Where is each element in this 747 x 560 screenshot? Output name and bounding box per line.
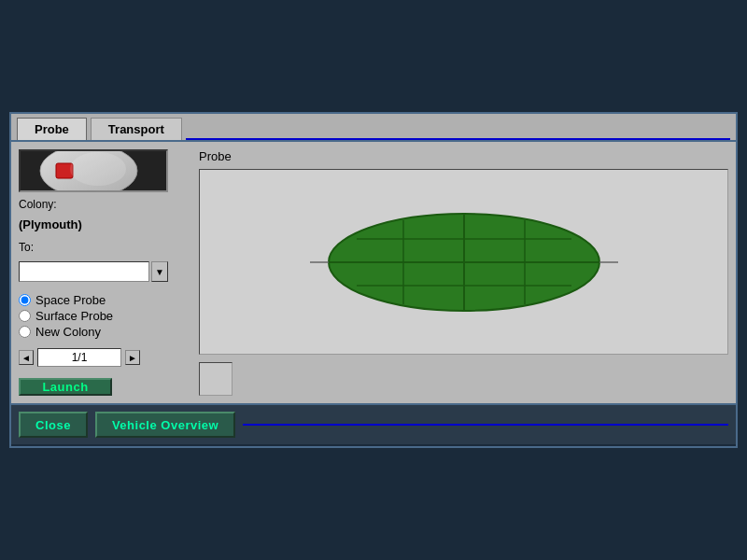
main-window: Probe Transport <box>9 112 738 448</box>
tab-transport[interactable]: Transport <box>91 118 182 140</box>
radio-surface-probe[interactable]: Surface Probe <box>19 309 191 323</box>
vehicle-overview-button[interactable]: Vehicle Overview <box>95 412 235 438</box>
radio-surface-probe-input[interactable] <box>19 310 31 322</box>
tab-probe[interactable]: Probe <box>17 118 87 140</box>
radio-space-probe-input[interactable] <box>19 294 31 306</box>
radio-group: Space Probe Surface Probe New Colony <box>19 293 191 339</box>
tab-line <box>186 138 730 140</box>
main-content: Colony: (Plymouth) To: ▼ Space Probe Sur… <box>11 142 736 403</box>
launch-button[interactable]: Launch <box>19 378 112 396</box>
radio-surface-probe-label: Surface Probe <box>35 309 113 323</box>
navigator: ◄ 1/1 ► <box>19 348 191 367</box>
radio-new-colony-input[interactable] <box>19 326 31 338</box>
radio-new-colony-label: New Colony <box>35 325 101 339</box>
dropdown-arrow[interactable]: ▼ <box>151 261 168 282</box>
vehicle-image <box>19 149 168 192</box>
colony-name: (Plymouth) <box>19 217 191 231</box>
probe-vehicle-svg <box>28 149 159 192</box>
nav-display: 1/1 <box>37 348 121 367</box>
close-button[interactable]: Close <box>19 412 88 438</box>
bottom-bar: Close Vehicle Overview <box>11 403 736 444</box>
left-panel: Colony: (Plymouth) To: ▼ Space Probe Sur… <box>19 149 191 396</box>
nav-right-button[interactable]: ► <box>125 350 140 365</box>
to-select-wrap: ▼ <box>19 261 191 282</box>
probe-small-thumbnail <box>199 362 233 396</box>
tab-bar: Probe Transport <box>11 114 736 142</box>
probe-diagram <box>199 169 728 355</box>
probe-title: Probe <box>199 149 728 163</box>
svg-point-3 <box>70 152 126 186</box>
right-panel: Probe <box>199 149 728 396</box>
to-label: To: <box>19 241 191 254</box>
to-input[interactable] <box>19 261 149 282</box>
radio-new-colony[interactable]: New Colony <box>19 325 191 339</box>
radio-space-probe[interactable]: Space Probe <box>19 293 191 307</box>
bottom-line <box>243 424 728 426</box>
nav-left-button[interactable]: ◄ <box>19 350 34 365</box>
colony-label: Colony: <box>19 198 191 211</box>
probe-diagram-svg <box>310 202 618 323</box>
radio-space-probe-label: Space Probe <box>35 293 106 307</box>
